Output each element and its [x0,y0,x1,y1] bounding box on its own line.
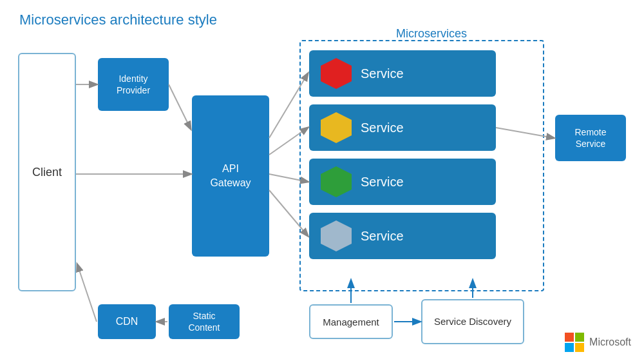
management-label: Management [323,317,379,327]
ms-square-red [565,333,574,342]
remote-service-label: RemoteService [574,126,606,150]
hex-icon-4 [321,220,352,251]
service-label-4: Service [361,229,404,244]
service-box-4: Service [309,213,496,259]
svg-line-1 [169,84,191,129]
microsoft-logo: Microsoft [565,333,631,352]
service-discovery-label: Service Discovery [434,315,511,328]
ms-square-green [575,333,584,342]
microsoft-grid-icon [565,333,584,352]
identity-provider-label: IdentityProvider [117,73,150,96]
service-label-3: Service [361,175,404,190]
api-gateway-box: APIGateway [192,95,269,257]
client-label: Client [32,166,62,179]
microsoft-label: Microsoft [589,337,631,348]
service-box-3: Service [309,159,496,205]
identity-provider-box: IdentityProvider [98,58,169,111]
service-box-1: Service [309,50,496,97]
cdn-label: CDN [116,316,138,327]
hex-icon-1 [321,58,352,89]
microservices-section-label: Microservices [328,27,535,41]
hex-icon-2 [321,112,352,143]
remote-service-box: RemoteService [555,115,626,161]
diagram-title: Microservices architecture style [19,12,217,28]
client-box: Client [18,53,76,291]
static-content-box: StaticContent [169,304,240,339]
static-content-label: StaticContent [188,310,220,333]
diagram-container: Microservices architecture style Microse… [0,0,644,361]
hex-icon-3 [321,166,352,197]
service-label-1: Service [361,66,404,81]
api-gateway-label: APIGateway [210,162,251,191]
ms-square-yellow [575,343,584,352]
service-discovery-box: Service Discovery [421,299,524,344]
svg-line-8 [77,264,97,322]
service-box-2: Service [309,104,496,151]
management-box: Management [309,304,393,339]
ms-square-blue [565,343,574,352]
service-label-2: Service [361,121,404,135]
cdn-box: CDN [98,304,156,339]
